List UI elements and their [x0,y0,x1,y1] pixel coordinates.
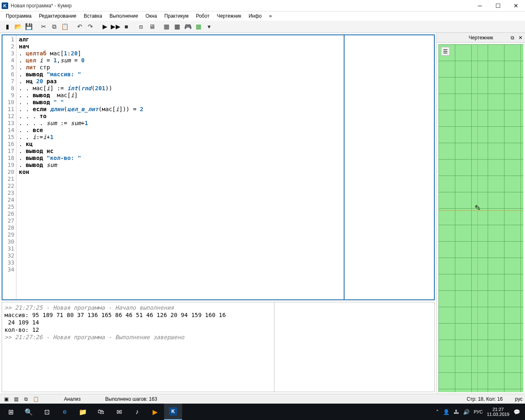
drafter-menu-icon[interactable]: ☰ [441,47,450,56]
sb-copy-icon[interactable]: ⧉ [22,395,30,403]
left-pane: 1234567891011121314151617181920212223242… [0,33,436,394]
paste-icon[interactable]: 📋 [60,22,70,32]
grid-green-icon[interactable]: ▦ [194,22,203,32]
drafter-panel: Чертежник ⧉ ✕ ☰ ✎ [436,33,525,394]
main-area: 1234567891011121314151617181920212223242… [0,33,525,394]
statusbar: ▣ ▥ ⧉ 📋 Анализ Выполнено шагов: 163 Стр:… [0,394,525,404]
music-icon[interactable]: ♪ [128,404,146,420]
tray-people-icon[interactable]: 👤 [443,409,450,415]
panel-title: Чертежник [469,35,493,41]
edge-icon[interactable]: e [56,404,74,420]
panel-maximize-icon[interactable]: ⧉ [509,34,516,41]
sb-paste-icon[interactable]: 📋 [32,395,39,403]
media-icon[interactable]: ▶ [146,404,164,420]
console: >> 21:27:25 - Новая программа - Начало в… [2,302,435,392]
tray-lang[interactable]: РУС [474,409,483,414]
tray-network-icon[interactable]: 🖧 [454,409,459,415]
store-icon[interactable]: 🛍 [92,404,110,420]
code-area[interactable]: алгнач. целтаб мас[1:20]. цел i = 1,sum … [16,35,344,299]
monitor-icon[interactable]: 🖥 [147,22,157,32]
undo-icon[interactable]: ↶ [75,22,84,32]
layout-icon[interactable]: ⧈ [136,22,146,32]
maximize-button[interactable]: ☐ [489,0,507,11]
menu-program[interactable]: Программа [2,12,35,20]
run-icon[interactable]: ▶ [100,22,110,32]
taskbar: ⊞ 🔍 ⊡ e 📁 🛍 ✉ ♪ ▶ K ˄ 👤 🖧 🔊 РУС 21:27 11… [0,404,525,420]
menu-drafter[interactable]: Чертежник [214,12,245,20]
window-title: Новая программа* - Кумир [11,3,471,9]
window-controls: ─ ☐ ✕ [471,0,525,11]
menu-run[interactable]: Выполнение [106,12,142,20]
explorer-icon[interactable]: 📁 [74,404,92,420]
tray-clock[interactable]: 21:27 11.03.2019 [487,407,509,417]
panel-close-icon[interactable]: ✕ [517,34,524,41]
editor-margin [344,35,434,299]
taskview-icon[interactable]: ⊡ [38,404,56,420]
menu-more[interactable]: » [266,12,275,20]
drafter-canvas[interactable]: ☰ ✎ [438,44,523,392]
app-icon: K [2,2,8,9]
sb-analysis: Анализ [64,396,81,402]
menu-robot[interactable]: Робот [193,12,213,20]
sb-output-icon[interactable]: ▥ [12,395,20,403]
close-button[interactable]: ✕ [507,0,525,11]
controller-icon[interactable]: 🎮 [183,22,193,32]
sb-lang[interactable]: рус [515,396,523,402]
console-side [274,302,434,392]
editor[interactable]: 1234567891011121314151617181920212223242… [2,34,435,300]
save-file-icon[interactable]: 💾 [24,22,34,32]
sb-steps: Выполнено шагов: 163 [105,396,158,402]
run-step-icon[interactable]: ▶▶ [111,22,121,32]
system-tray: ˄ 👤 🖧 🔊 РУС 21:27 11.03.2019 💬 [433,407,523,417]
console-output[interactable]: >> 21:27:25 - Новая программа - Начало в… [2,302,274,392]
stop-icon[interactable]: ■ [121,22,131,32]
tray-volume-icon[interactable]: 🔊 [463,409,470,415]
menu-practicum[interactable]: Практикум [161,12,192,20]
menu-info[interactable]: Инфо [245,12,265,20]
mail-icon[interactable]: ✉ [110,404,128,420]
toolbar: ▮ 📂 💾 ✂ ⧉ 📋 ↶ ↷ ▶ ▶▶ ■ ⧈ 🖥 ▦ ▦ 🎮 ▦ ▾ [0,21,525,33]
panel-header: Чертежник ⧉ ✕ [437,33,525,43]
menu-windows[interactable]: Окна [142,12,160,20]
dropdown-icon[interactable]: ▾ [204,22,214,32]
new-file-icon[interactable]: ▮ [2,22,12,32]
line-gutter: 1234567891011121314151617181920212223242… [2,35,16,299]
start-button[interactable]: ⊞ [2,404,20,420]
grid1-icon[interactable]: ▦ [162,22,171,32]
cut-icon[interactable]: ✂ [39,22,48,32]
search-icon[interactable]: 🔍 [20,404,38,420]
sb-console-icon[interactable]: ▣ [2,395,10,403]
menubar: Программа Редактирование Вставка Выполне… [0,11,525,21]
menu-insert[interactable]: Вставка [80,12,105,20]
sb-cursor-pos: Стр: 18, Кол: 16 [467,396,503,402]
grid2-icon[interactable]: ▦ [172,22,182,32]
redo-icon[interactable]: ↷ [85,22,95,32]
kumir-task-icon[interactable]: K [164,404,182,420]
copy-icon[interactable]: ⧉ [49,22,59,32]
open-file-icon[interactable]: 📂 [13,22,23,32]
minimize-button[interactable]: ─ [471,0,489,11]
menu-edit[interactable]: Редактирование [36,12,80,20]
tray-notifications-icon[interactable]: 💬 [514,409,520,415]
tray-chevron-icon[interactable]: ˄ [436,409,439,415]
titlebar: K Новая программа* - Кумир ─ ☐ ✕ [0,0,525,11]
